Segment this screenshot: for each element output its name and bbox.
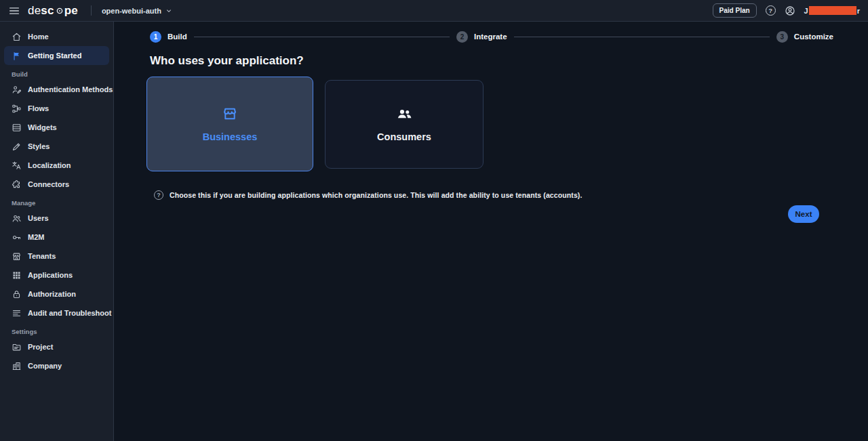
sidebar-item-authorization[interactable]: Authorization [4,285,109,303]
stepper-line [514,37,770,37]
project-name: open-webui-auth [102,7,161,15]
styles-icon [12,142,22,152]
auth-methods-icon [12,85,22,95]
page-title: Who uses your application? [150,53,833,69]
chevron-down-icon [165,7,172,14]
sidebar-item-label: Users [28,214,49,222]
sidebar-item-label: Tenants [28,252,56,260]
sidebar-item-label: Authentication Methods [28,85,113,93]
next-row: Next [150,205,833,223]
localization-icon [12,161,22,171]
sidebar-item-applications[interactable]: Applications [4,266,109,285]
paid-plan-button[interactable]: Paid Plan [713,3,757,18]
sidebar-section-settings: Settings [12,327,113,337]
sidebar-item-tenants[interactable]: Tenants [4,247,109,266]
sidebar-item-localization[interactable]: Localization [4,156,109,175]
home-icon [12,32,22,42]
sidebar-item-label: M2M [28,233,44,241]
logo-target-icon [55,6,64,16]
step-customize: 3 Customize [776,31,833,43]
descope-logo[interactable]: descpe [28,4,78,18]
widgets-icon [12,123,22,133]
user-name[interactable]: J r [804,6,860,15]
sidebar-item-audit[interactable]: Audit and Troubleshoot [4,303,109,322]
folder-icon [12,342,22,352]
audience-cards: Businesses Consumers [146,77,833,171]
key-icon [12,232,22,243]
lock-icon [12,289,22,299]
sidebar-item-label: Home [28,33,49,41]
next-button[interactable]: Next [788,205,819,223]
sidebar-item-flows[interactable]: Flows [4,99,109,118]
applications-icon [12,270,22,280]
info-help-icon: ? [154,190,163,200]
connectors-icon [12,180,22,190]
sidebar-item-home[interactable]: Home [4,27,109,46]
sidebar-item-label: Widgets [28,123,57,131]
sidebar: Home Getting Started Build Authenticatio… [0,22,114,441]
avatar-icon[interactable] [785,5,795,16]
info-row: ? Choose this if you are building applic… [154,190,833,200]
stepper: 1 Build 2 Integrate 3 Customize [150,26,833,47]
sidebar-item-label: Flows [28,104,49,112]
step-label-build: Build [167,33,187,41]
step-build: 1 Build [150,31,187,43]
sidebar-item-label: Localization [28,161,71,169]
building-icon [12,361,22,371]
card-label: Consumers [377,131,431,142]
audit-icon [12,308,22,318]
sidebar-item-label: Connectors [28,180,69,188]
project-selector[interactable]: open-webui-auth [102,7,172,15]
sidebar-item-label: Applications [28,271,73,279]
sidebar-item-styles[interactable]: Styles [4,137,109,156]
sidebar-section-build: Build [12,69,113,80]
sidebar-item-label: Project [28,343,53,351]
sidebar-item-label: Getting Started [28,51,81,60]
sidebar-item-label: Styles [28,142,50,150]
main-content: 1 Build 2 Integrate 3 Customize Who uses… [114,22,868,441]
flows-icon [12,104,22,114]
logo-text: de [28,4,41,18]
card-consumers[interactable]: Consumers [325,80,484,169]
sidebar-item-project[interactable]: Project [4,337,109,356]
sidebar-item-label: Audit and Troubleshoot [28,309,111,317]
card-label: Businesses [203,131,258,142]
sidebar-item-label: Company [28,362,62,370]
step-number-1: 1 [150,31,161,43]
step-label-customize: Customize [794,33,833,41]
menu-icon[interactable] [8,5,20,17]
info-text: Choose this if you are building applicat… [170,191,582,199]
top-bar: descpe open-webui-auth Paid Plan ? J r [0,0,868,22]
step-number-3: 3 [776,31,788,43]
step-integrate: 2 Integrate [456,31,507,43]
sidebar-item-company[interactable]: Company [4,356,109,375]
flag-icon [12,51,22,61]
sidebar-item-widgets[interactable]: Widgets [4,118,109,137]
topbar-right: Paid Plan ? J r [713,3,860,18]
sidebar-item-users[interactable]: Users [4,209,109,228]
sidebar-item-authentication-methods[interactable]: Authentication Methods [4,80,109,99]
storefront-icon [222,106,238,122]
card-businesses[interactable]: Businesses [146,77,313,171]
sidebar-item-connectors[interactable]: Connectors [4,175,109,194]
help-icon[interactable]: ? [766,5,776,16]
stepper-line [194,37,450,37]
step-label-integrate: Integrate [474,33,507,41]
redaction-box [809,6,856,15]
users-icon [12,213,22,224]
topbar-divider [91,5,92,16]
step-number-2: 2 [456,31,468,43]
sidebar-item-label: Authorization [28,290,76,298]
tenants-icon [12,251,22,261]
sidebar-item-getting-started[interactable]: Getting Started [4,46,109,65]
sidebar-section-manage: Manage [12,198,113,209]
sidebar-item-m2m[interactable]: M2M [4,228,109,247]
people-icon [396,106,412,122]
